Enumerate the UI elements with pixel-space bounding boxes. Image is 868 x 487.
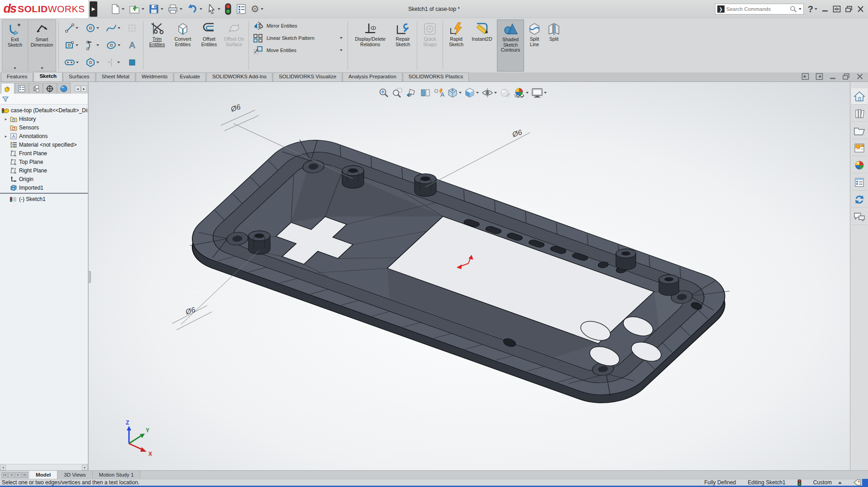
- dropdown-caret[interactable]: [161, 8, 163, 10]
- search-input[interactable]: [726, 6, 788, 12]
- search-scope-icon[interactable]: ❯: [717, 5, 725, 13]
- dropdown-caret[interactable]: [218, 8, 220, 10]
- model-canvas[interactable]: Ø6 Ø6 Ø6: [89, 82, 850, 470]
- rectangle-flyout-caret[interactable]: [76, 44, 78, 46]
- trim-entities-button[interactable]: Trim Entities: [146, 19, 168, 72]
- tab-sheet-metal[interactable]: Sheet Metal: [96, 72, 135, 81]
- tree-item-imported1[interactable]: Imported1: [0, 183, 88, 192]
- menu-flyout-button[interactable]: ▶: [90, 1, 97, 17]
- previous-view-button[interactable]: [405, 87, 417, 98]
- move-entities-button[interactable]: Move Entities: [251, 46, 345, 55]
- section-view-button[interactable]: [420, 87, 431, 98]
- trim-away-tool[interactable]: [103, 54, 124, 71]
- arc-flyout-caret[interactable]: [96, 44, 99, 46]
- smart-dimension-flyout-caret[interactable]: [41, 67, 43, 70]
- view-orientation-caret[interactable]: [459, 92, 462, 94]
- panel-splitter-handle[interactable]: [89, 271, 91, 283]
- undo-button[interactable]: [185, 3, 204, 15]
- tree-item-history[interactable]: ▸ History: [0, 115, 88, 123]
- minimize-button[interactable]: [821, 5, 829, 13]
- mirror-entities-button[interactable]: Mirror Entities: [251, 21, 345, 30]
- expand-caret[interactable]: ▸: [4, 134, 8, 138]
- settings-gear-button[interactable]: ⚙: [249, 3, 265, 14]
- trim-away-caret[interactable]: [117, 62, 120, 63]
- tab-scroll-right[interactable]: ▸: [81, 86, 87, 92]
- doc-close-icon[interactable]: [856, 73, 863, 80]
- help-caret[interactable]: [815, 8, 817, 10]
- dropdown-caret[interactable]: [261, 8, 263, 10]
- tab-scroll-left[interactable]: ◂: [75, 86, 81, 92]
- dropdown-caret[interactable]: [200, 8, 202, 10]
- dimxpert-manager-tab[interactable]: [43, 83, 57, 94]
- collapse-right-pane-icon[interactable]: [816, 73, 823, 80]
- dropdown-caret[interactable]: [142, 8, 144, 10]
- performance-traffic-light-icon[interactable]: [797, 479, 801, 486]
- edit-appearance-button[interactable]: [500, 87, 510, 98]
- apply-scene-caret[interactable]: [526, 92, 529, 94]
- slot-flyout-caret[interactable]: [76, 62, 79, 63]
- tab-sketch[interactable]: Sketch: [33, 72, 62, 81]
- appearances-scenes-tab[interactable]: [851, 157, 868, 173]
- tree-item-sensors[interactable]: Sensors: [0, 123, 88, 132]
- tab-model[interactable]: Model: [29, 471, 57, 479]
- custom-properties-tab[interactable]: [851, 174, 868, 191]
- repair-sketch-button[interactable]: Repair Sketch: [391, 19, 415, 72]
- spline-flyout-caret[interactable]: [118, 27, 120, 29]
- file-explorer-tab[interactable]: [851, 123, 868, 139]
- shaded-sketch-contours-button[interactable]: Shaded Sketch Contours: [497, 19, 524, 72]
- tab-motion-study-1[interactable]: Motion Study 1: [93, 471, 141, 479]
- slot-tool[interactable]: [61, 54, 82, 71]
- ellipse-flyout-caret[interactable]: [118, 44, 120, 46]
- last-tab-button[interactable]: ▸|: [22, 472, 28, 478]
- tree-item-front-plane[interactable]: Front Plane: [0, 149, 88, 158]
- exit-sketch-flyout-caret[interactable]: [14, 67, 16, 70]
- tree-item-origin[interactable]: Origin: [0, 175, 88, 183]
- print-button[interactable]: [166, 3, 184, 15]
- search-icon[interactable]: [790, 5, 797, 13]
- doc-restore-icon[interactable]: [842, 73, 850, 80]
- zoom-to-fit-button[interactable]: [378, 87, 389, 98]
- linear-pattern-caret[interactable]: [340, 37, 343, 39]
- circle-flyout-caret[interactable]: [96, 27, 99, 29]
- smart-dimension-button[interactable]: Smart Dimension: [28, 20, 56, 71]
- property-manager-tab[interactable]: [15, 83, 29, 94]
- rapid-sketch-button[interactable]: Rapid Sketch: [445, 19, 467, 72]
- dropdown-caret[interactable]: [180, 8, 182, 10]
- hide-annotations-button[interactable]: A: [434, 87, 444, 98]
- line-tool[interactable]: [61, 19, 82, 37]
- tree-horizontal-scrollbar[interactable]: ◂ ▸: [0, 464, 88, 470]
- zoom-to-area-button[interactable]: [392, 87, 403, 98]
- tab-weldments[interactable]: Weldments: [136, 72, 173, 81]
- scroll-left-arrow[interactable]: ◂: [0, 465, 6, 470]
- tab-analysis-preparation[interactable]: Analysis Preparation: [343, 72, 402, 81]
- save-button[interactable]: [147, 3, 165, 15]
- circle-tool[interactable]: [82, 19, 103, 37]
- polygon-flyout-caret[interactable]: [96, 62, 99, 63]
- arc-tool[interactable]: [82, 37, 103, 54]
- help-button[interactable]: ?: [808, 4, 817, 14]
- spline-tool[interactable]: [103, 19, 124, 37]
- tab-solidworks-visualize[interactable]: SOLIDWORKS Visualize: [273, 72, 342, 81]
- quick-snaps-button[interactable]: Quick Snaps: [420, 19, 440, 72]
- tab-surfaces[interactable]: Surfaces: [63, 72, 95, 81]
- linear-sketch-pattern-button[interactable]: Linear Sketch Pattern: [251, 33, 345, 43]
- convert-entities-button[interactable]: Convert Entities: [169, 19, 196, 72]
- split-button[interactable]: Split: [545, 19, 563, 72]
- offset-on-surface-button[interactable]: Offset On Surface: [222, 19, 246, 72]
- display-manager-tab[interactable]: [57, 83, 71, 94]
- tree-filter-bar[interactable]: [0, 94, 88, 105]
- sketch-text-tool[interactable]: A: [124, 37, 141, 54]
- search-commands-box[interactable]: ❯: [715, 4, 804, 14]
- select-tool-button[interactable]: [205, 3, 222, 15]
- line-flyout-caret[interactable]: [76, 27, 78, 29]
- tab-solidworks-add-ins[interactable]: SOLIDWORKS Add-Ins: [206, 72, 272, 81]
- display-style-caret[interactable]: [476, 92, 479, 94]
- units-caret[interactable]: [838, 482, 842, 484]
- prev-tab-button[interactable]: ◂: [8, 472, 14, 478]
- graphics-area[interactable]: Ø6 Ø6 Ø6: [89, 82, 850, 470]
- ellipse-tool[interactable]: [103, 37, 124, 54]
- task-pane-home-tab[interactable]: [851, 88, 868, 105]
- new-document-button[interactable]: [109, 3, 126, 15]
- rollback-bar[interactable]: [0, 193, 88, 194]
- featuremanager-design-tree-tab[interactable]: [1, 83, 14, 94]
